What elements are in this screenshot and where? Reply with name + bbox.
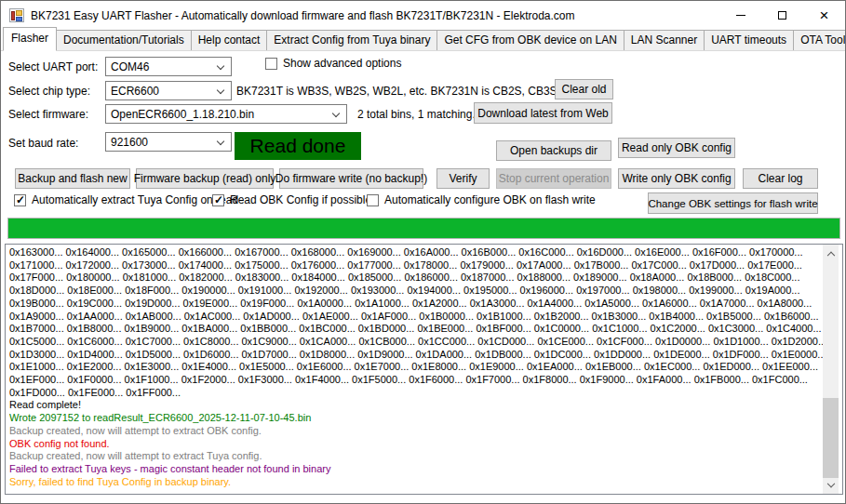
tab-ota-tool[interactable]: OTA Tool xyxy=(793,30,846,50)
log-line: Read complete! xyxy=(9,399,824,412)
log-line: Failed to extract Tuya keys - magic cons… xyxy=(9,463,824,476)
maximize-button[interactable] xyxy=(761,1,803,30)
tab-get-cfg-from-obk-device-on-lan[interactable]: Get CFG from OBK device on LAN xyxy=(436,30,624,50)
uart-port-select[interactable]: COM46 xyxy=(105,57,232,76)
firmware-select[interactable]: OpenECR6600_1.18.210.bin xyxy=(105,104,347,124)
log-line: 0x171000... 0x172000... 0x173000... 0x17… xyxy=(9,259,824,272)
checkbox-icon xyxy=(212,194,224,206)
minimize-icon xyxy=(736,15,745,16)
log-line: 0x17F000... 0x180000... 0x181000... 0x18… xyxy=(9,272,824,285)
show-advanced-checkbox[interactable]: Show advanced options xyxy=(265,57,401,70)
stop-operation-button[interactable]: Stop current operation xyxy=(496,168,611,189)
log-line: 0x1C5000... 0x1C6000... 0x1C7000... 0x1C… xyxy=(9,336,824,349)
chevron-down-icon xyxy=(217,138,224,145)
log-line: 0x163000... 0x164000... 0x165000... 0x16… xyxy=(9,246,824,259)
tab-flasher[interactable]: Flasher xyxy=(3,27,57,51)
scrollbar-thumb[interactable] xyxy=(823,398,839,478)
log-line: 0x1B7000... 0x1B8000... 0x1B9000... 0x1B… xyxy=(9,323,824,336)
change-obk-settings-button[interactable]: Change OBK settings for flash write xyxy=(648,192,818,214)
checkbox-icon xyxy=(367,194,379,206)
checkbox-icon xyxy=(265,58,277,70)
app-icon xyxy=(9,8,24,22)
tab-lan-scanner[interactable]: LAN Scanner xyxy=(624,30,705,50)
log-line: 0x1D3000... 0x1D4000... 0x1D5000... 0x1D… xyxy=(9,349,824,362)
chevron-down-icon xyxy=(332,110,340,117)
log-line: 0x1E1000... 0x1E2000... 0x1E3000... 0x1E… xyxy=(9,361,824,374)
chevron-down-icon xyxy=(217,62,224,70)
minimize-button[interactable] xyxy=(719,1,761,30)
log-line: 0x1EF000... 0x1F0000... 0x1F1000... 0x1F… xyxy=(9,374,824,387)
progress-bar xyxy=(7,218,840,239)
firmware-value: OpenECR6600_1.18.210.bin xyxy=(111,108,254,121)
tab-uart-timeouts[interactable]: UART timeouts xyxy=(704,30,794,50)
status-box: Read done xyxy=(235,132,361,160)
do-firmware-write-button[interactable]: Do firmware write (no backup!) xyxy=(279,168,423,189)
verify-button[interactable]: Verify xyxy=(436,168,490,189)
auto-configure-obk-label: Automatically configure OBK on flash wri… xyxy=(384,193,596,206)
tab-strip: FlasherDocumentation/TutorialsHelp conta… xyxy=(1,30,845,51)
log-line: 0x19B000... 0x19C000... 0x19D000... 0x19… xyxy=(9,298,824,311)
chip-type-select[interactable]: ECR6600 xyxy=(105,81,232,100)
scroll-up-icon xyxy=(826,251,834,259)
read-obk-label: Read OBK Config if possible xyxy=(230,193,371,206)
firmware-status-text: 2 total bins, 1 matching. xyxy=(357,108,476,121)
app-window: BK7231 Easy UART Flasher - Automatically… xyxy=(0,0,846,504)
chip-type-value: ECR6600 xyxy=(111,85,159,98)
log-line: OBK config not found. xyxy=(9,438,824,451)
log-line: Wrote 2097152 to readResult_ECR6600_2025… xyxy=(9,412,824,425)
maximize-icon xyxy=(778,11,786,20)
window-controls: × xyxy=(719,1,845,30)
log-line: 0x1A9000... 0x1AA000... 0x1AB000... 0x1A… xyxy=(9,311,824,324)
firmware-backup-button[interactable]: Firmware backup (read) only xyxy=(136,168,274,189)
app-icon-red-square xyxy=(11,11,15,20)
tab-documentation-tutorials[interactable]: Documentation/Tutorials xyxy=(56,30,192,50)
extract-tuya-checkbox[interactable]: Automatically extract Tuya Config on rea… xyxy=(14,193,238,206)
read-only-obk-button[interactable]: Read only OBK config xyxy=(618,138,735,158)
chevron-down-icon xyxy=(217,86,224,94)
log-line: Backup created, now will attempt to extr… xyxy=(9,450,824,463)
baud-rate-label: Set baud rate: xyxy=(8,137,78,150)
clear-log-button[interactable]: Clear log xyxy=(743,168,818,189)
uart-port-value: COM46 xyxy=(111,60,149,73)
title-bar: BK7231 Easy UART Flasher - Automatically… xyxy=(1,1,845,30)
app-icon-blue-square xyxy=(16,17,22,21)
download-latest-button[interactable]: Download latest from Web xyxy=(474,102,612,124)
log-line: 0x18D000... 0x18E000... 0x18F000... 0x19… xyxy=(9,285,824,298)
auto-configure-obk-checkbox[interactable]: Automatically configure OBK on flash wri… xyxy=(367,193,596,206)
open-backups-button[interactable]: Open backups dir xyxy=(496,140,611,161)
log-line: 0x1FD000... 0x1FE000... 0x1FF000... xyxy=(9,387,824,400)
read-obk-checkbox[interactable]: Read OBK Config if possible xyxy=(212,193,371,206)
log-scrollbar[interactable] xyxy=(823,245,839,494)
tab-extract-config-from-tuya-binary[interactable]: Extract Config from Tuya binary xyxy=(266,30,437,50)
backup-and-flash-button[interactable]: Backup and flash new xyxy=(15,168,130,189)
chip-hint-text: BK7231T is WB3S, WB2S, WB2L, etc. BK7231… xyxy=(236,85,578,98)
app-icon-yellow-square xyxy=(16,10,22,16)
tab-help-contact[interactable]: Help contact xyxy=(191,30,268,50)
log-line: Backup created, now will attempt to extr… xyxy=(9,425,824,438)
firmware-label: Select firmware: xyxy=(8,108,88,121)
log-line: Sorry, failed to find Tuya Config in bac… xyxy=(9,476,824,489)
scroll-up-button[interactable] xyxy=(823,245,839,260)
uart-port-label: Select UART port: xyxy=(8,60,98,73)
extract-tuya-label: Automatically extract Tuya Config on rea… xyxy=(32,193,238,206)
checkbox-icon xyxy=(14,194,26,206)
baud-rate-value: 921600 xyxy=(111,136,148,149)
scroll-down-icon xyxy=(826,479,834,486)
chip-type-label: Select chip type: xyxy=(8,85,90,98)
window-title: BK7231 Easy UART Flasher - Automatically… xyxy=(31,9,575,22)
clear-old-button[interactable]: Clear old xyxy=(555,79,613,99)
show-advanced-label: Show advanced options xyxy=(283,57,401,70)
progress-fill xyxy=(8,219,839,238)
close-icon: × xyxy=(820,7,829,23)
log-output[interactable]: 0x163000... 0x164000... 0x165000... 0x16… xyxy=(5,244,843,495)
close-button[interactable]: × xyxy=(803,1,845,30)
scroll-down-button[interactable] xyxy=(823,478,839,494)
baud-rate-select[interactable]: 921600 xyxy=(105,132,232,152)
write-only-obk-button[interactable]: Write only OBK config xyxy=(618,168,735,189)
